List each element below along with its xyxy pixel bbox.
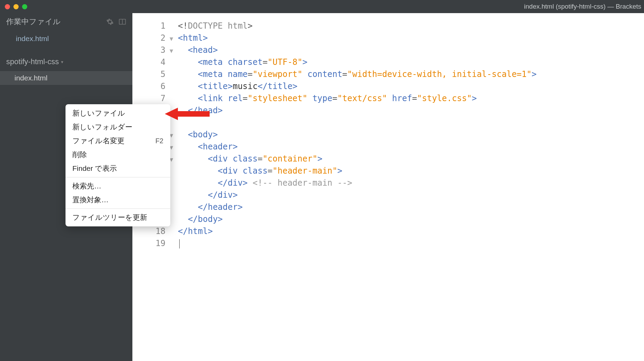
menu-label: 新しいフォルダー: [72, 122, 132, 132]
code-content: <link rel="stylesheet" type="text/css" h…: [178, 92, 477, 105]
code-line[interactable]: 19: [132, 237, 644, 250]
line-number: 1: [132, 20, 168, 32]
context-menu-new-folder[interactable]: 新しいフォルダー: [66, 120, 170, 134]
code-content: </div> <!-- header-main -->: [178, 177, 352, 189]
menu-label: 置換対象…: [72, 195, 109, 205]
code-line[interactable]: 11▼ <header>: [132, 141, 644, 153]
code-line[interactable]: 10▼ <body>: [132, 129, 644, 141]
line-number: 19: [132, 237, 168, 250]
menu-label: ファイル名変更: [72, 136, 124, 146]
code-line[interactable]: 16 </header>: [132, 201, 644, 213]
code-content: <header>: [178, 141, 238, 153]
context-menu-replace-in[interactable]: 置換対象…: [66, 193, 170, 207]
code-content: </html>: [178, 225, 213, 237]
code-line[interactable]: 18</html>: [132, 225, 644, 237]
working-files-label: 作業中ファイル: [6, 17, 61, 27]
context-menu-find-in[interactable]: 検索先…: [66, 179, 170, 193]
svg-marker-2: [165, 108, 210, 120]
working-files-list: index.html: [0, 32, 132, 52]
text-cursor: [179, 239, 180, 248]
context-menu-new-file[interactable]: 新しいファイル: [66, 106, 170, 120]
menu-label: 新しいファイル: [72, 108, 125, 118]
code-content: </div>: [178, 189, 238, 201]
menu-label: Finder で表示: [72, 164, 117, 173]
context-menu-show-in-finder[interactable]: Finder で表示: [66, 162, 170, 175]
code-line[interactable]: 6 <title>music</title>: [132, 80, 644, 92]
code-line[interactable]: 4 <meta charset="UTF-8">: [132, 56, 644, 68]
code-content: </header>: [178, 201, 243, 213]
code-content: <title>music</title>: [178, 80, 298, 92]
context-menu-refresh-tree[interactable]: ファイルツリーを更新: [66, 211, 170, 224]
menu-separator: [66, 208, 170, 209]
fold-icon[interactable]: ▼: [168, 33, 178, 45]
code-editor[interactable]: 1<!DOCTYPE html>2▼<html>3▼ <head>4 <meta…: [132, 13, 644, 361]
code-line[interactable]: 15 </div>: [132, 189, 644, 201]
working-files-header: 作業中ファイル: [0, 13, 132, 32]
chevron-down-icon: ▾: [61, 59, 63, 65]
code-content: <div class="header-main">: [178, 165, 342, 177]
annotation-arrow: [165, 106, 210, 123]
code-line[interactable]: 14 </div> <!-- header-main -->: [132, 177, 644, 189]
line-number: 3: [132, 44, 168, 56]
code-content: <!DOCTYPE html>: [178, 20, 253, 32]
minimize-window-button[interactable]: [13, 4, 19, 9]
code-content: </body>: [178, 213, 223, 225]
code-content: <div class="container">: [178, 153, 322, 165]
traffic-lights: [5, 4, 27, 9]
code-content: <html>: [178, 32, 208, 44]
line-number: 4: [132, 56, 168, 68]
menu-label: 削除: [72, 150, 87, 159]
code-line[interactable]: 17 </body>: [132, 213, 644, 225]
window-title: index.html (spotify-html-css) — Brackets: [524, 3, 641, 10]
context-menu-delete[interactable]: 削除: [66, 148, 170, 162]
code-content: <body>: [178, 129, 218, 141]
maximize-window-button[interactable]: [22, 4, 27, 9]
line-number: 2: [132, 32, 168, 44]
gear-icon[interactable]: [106, 18, 114, 26]
code-line[interactable]: 2▼<html>: [132, 32, 644, 44]
fold-icon[interactable]: ▼: [168, 45, 178, 57]
code-line[interactable]: 7 <link rel="stylesheet" type="text/css"…: [132, 92, 644, 105]
split-view-icon[interactable]: [119, 18, 126, 26]
project-dropdown[interactable]: spotify-html-css ▾: [0, 52, 132, 71]
code-content: <head>: [178, 44, 218, 56]
code-line[interactable]: 13 <div class="header-main">: [132, 165, 644, 177]
code-content: <meta charset="UTF-8">: [178, 56, 308, 68]
code-line[interactable]: 12▼ <div class="container">: [132, 153, 644, 165]
menu-label: ファイルツリーを更新: [72, 213, 147, 222]
title-bar: index.html (spotify-html-css) — Brackets: [0, 0, 644, 13]
line-number: 7: [132, 92, 168, 105]
working-file-item[interactable]: index.html: [0, 32, 132, 46]
code-line[interactable]: 1<!DOCTYPE html>: [132, 20, 644, 32]
file-tree: index.html: [0, 71, 132, 85]
code-content: [178, 237, 180, 250]
context-menu-rename[interactable]: ファイル名変更 F2: [66, 134, 170, 148]
code-line[interactable]: 5 <meta name="viewport" content="width=d…: [132, 68, 644, 80]
menu-shortcut: F2: [155, 137, 163, 145]
context-menu: 新しいファイル 新しいフォルダー ファイル名変更 F2 削除 Finder で表…: [66, 104, 170, 226]
close-window-button[interactable]: [5, 4, 10, 9]
line-number: 5: [132, 68, 168, 80]
file-tree-item[interactable]: index.html: [0, 71, 132, 85]
line-number: 6: [132, 80, 168, 92]
menu-label: 検索先…: [72, 181, 101, 191]
project-name: spotify-html-css: [6, 57, 59, 66]
menu-separator: [66, 177, 170, 177]
code-content: <meta name="viewport" content="width=dev…: [178, 68, 536, 80]
code-line[interactable]: 3▼ <head>: [132, 44, 644, 56]
line-number: 18: [132, 225, 168, 237]
